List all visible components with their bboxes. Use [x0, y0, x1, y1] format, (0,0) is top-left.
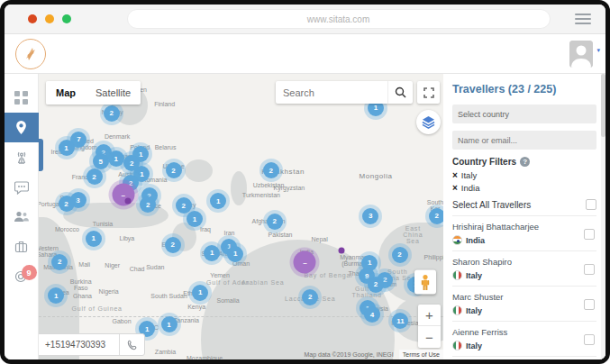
map-cluster-marker-purple[interactable]: – [294, 250, 316, 273]
select-country-dropdown[interactable]: Select country [452, 105, 596, 123]
close-window-icon[interactable] [28, 14, 37, 23]
map-type-map-button[interactable]: Map [46, 81, 86, 105]
map-traveller-dot[interactable] [125, 198, 132, 205]
map-cluster-marker[interactable]: 2 [140, 196, 156, 213]
main-content: 9 SwedenFinlandNorwayDenmarkUnited Kingd… [5, 74, 605, 359]
browser-menu-icon[interactable] [575, 14, 591, 27]
zoom-in-button[interactable]: + [418, 305, 441, 326]
map-cluster-marker[interactable]: 2 [176, 197, 192, 214]
traveller-checkbox[interactable] [584, 229, 595, 240]
phone-number-input[interactable] [39, 340, 119, 350]
traveller-person-marker[interactable] [414, 270, 436, 295]
sidebar-item-chat[interactable] [5, 172, 39, 202]
traveller-country: India [452, 235, 596, 245]
country-name: Italy [466, 341, 482, 350]
map-cluster-marker[interactable]: 11 [392, 313, 408, 329]
map-cluster-marker[interactable]: 1 [86, 231, 102, 247]
help-icon[interactable]: ? [520, 157, 530, 167]
map-type-satellite-button[interactable]: Satellite [86, 81, 141, 105]
sidebar-item-alerts[interactable] [5, 142, 39, 172]
remove-filter-icon[interactable]: × [452, 184, 458, 193]
sidebar-item-trips[interactable] [5, 232, 39, 261]
map-cluster-marker[interactable]: 2 [368, 277, 384, 293]
sidebar-collapse-handle[interactable] [39, 139, 43, 171]
person-icon [419, 274, 432, 290]
layers-icon[interactable] [416, 110, 441, 134]
traveller-row[interactable]: Marc ShusterItaly [452, 286, 596, 321]
map-cluster-marker[interactable]: 1 [59, 140, 75, 156]
window-controls [28, 14, 71, 23]
remove-filter-icon[interactable]: × [452, 171, 458, 180]
terms-of-use-link[interactable]: Terms of Use [399, 350, 443, 359]
map-traveller-dot[interactable] [338, 247, 344, 253]
map-cluster-marker[interactable]: 1 [210, 193, 226, 209]
panel-scrollbar[interactable] [601, 74, 605, 359]
sidebar-item-users[interactable] [5, 202, 39, 232]
zoom-out-button[interactable]: − [418, 326, 441, 348]
traveller-checkbox[interactable] [584, 334, 595, 345]
map-label: Kyrgyzstan [274, 185, 305, 191]
map-cluster-marker[interactable]: 2 [429, 208, 443, 224]
url-bar[interactable]: www.sitata.com [127, 9, 551, 29]
phone-call-icon[interactable] [119, 334, 144, 355]
traveller-row[interactable]: Sharon ShapiroItaly [452, 250, 596, 286]
map-search-input[interactable] [276, 87, 387, 98]
map-cluster-marker[interactable]: 3 [362, 208, 378, 224]
traveller-row[interactable]: Hrishiraj BhattacharjeeIndia [452, 215, 596, 250]
map-label: Finland [154, 100, 175, 106]
search-icon[interactable] [387, 81, 413, 104]
country-filter-chip: ×India [452, 183, 596, 193]
url-text: www.sitata.com [307, 14, 369, 24]
map-cluster-marker[interactable]: 2 [59, 196, 75, 212]
filter-country-label: India [461, 183, 480, 193]
sidebar-item-notifications[interactable]: 9 [5, 261, 39, 291]
map-cluster-marker-purple[interactable]: – [112, 184, 134, 206]
map-cluster-marker[interactable]: 2 [267, 214, 283, 230]
italy-flag-icon [452, 341, 462, 350]
country-name: Italy [466, 306, 482, 315]
country-filter-chip: ×Italy [452, 170, 596, 180]
map-cluster-marker[interactable]: 2 [263, 162, 279, 178]
traveller-checkbox[interactable] [584, 299, 595, 310]
map-label: Nigeria [99, 287, 119, 294]
map-label: Mali [78, 260, 90, 267]
map-cluster-marker[interactable]: 2 [86, 168, 103, 185]
traveller-row[interactable]: Eoin Phillips [452, 356, 596, 359]
map-label: Niger [105, 261, 120, 268]
map-cluster-marker[interactable]: 1 [48, 287, 64, 304]
maximize-window-icon[interactable] [62, 14, 71, 23]
map-cluster-marker[interactable]: 2 [392, 247, 408, 263]
select-all-checkbox[interactable] [586, 199, 596, 210]
sidebar-item-dashboard[interactable] [5, 83, 39, 113]
map-cluster-marker[interactable]: 4 [364, 306, 380, 323]
select-all-label: Select All Travellers [452, 200, 531, 210]
italy-flag-icon [452, 305, 462, 315]
traveller-checkbox[interactable] [584, 264, 595, 275]
map-cluster-marker[interactable]: 2 [104, 105, 120, 122]
map-cluster-marker[interactable]: 1 [187, 211, 203, 227]
scrollbar-thumb[interactable] [601, 74, 605, 137]
map-cluster-marker[interactable]: 2 [166, 162, 182, 178]
user-avatar[interactable] [569, 41, 593, 68]
user-menu-caret-icon[interactable]: ▾ [596, 47, 600, 54]
name-email-search-input[interactable] [452, 131, 596, 150]
fullscreen-icon[interactable] [417, 81, 440, 104]
map-cluster-marker[interactable]: 1 [108, 150, 124, 167]
equator-gridline [39, 316, 443, 317]
map-canvas[interactable]: SwedenFinlandNorwayDenmarkUnited Kingdom… [39, 74, 443, 359]
map-zoom-control: + − [418, 305, 441, 348]
map-label: Zambia [155, 349, 176, 355]
minimize-window-icon[interactable] [45, 14, 54, 23]
map-cluster-marker[interactable]: 2 [165, 237, 181, 253]
map-label: Chad [130, 265, 145, 271]
map-cluster-marker[interactable]: 1 [161, 316, 178, 332]
sidebar-item-traveller-map[interactable] [5, 113, 39, 142]
map-cluster-marker[interactable]: 2 [51, 254, 68, 270]
traveller-row[interactable]: Aienne FerrissItaly [452, 321, 596, 356]
map-cluster-marker[interactable]: 1 [227, 246, 243, 262]
map-cluster-marker[interactable]: 2 [302, 289, 318, 305]
map-cluster-marker[interactable]: 5 [93, 153, 109, 169]
map-cluster-marker[interactable]: 1 [204, 245, 220, 261]
sitata-logo[interactable] [15, 39, 46, 69]
map-cluster-marker[interactable]: 1 [192, 285, 208, 301]
